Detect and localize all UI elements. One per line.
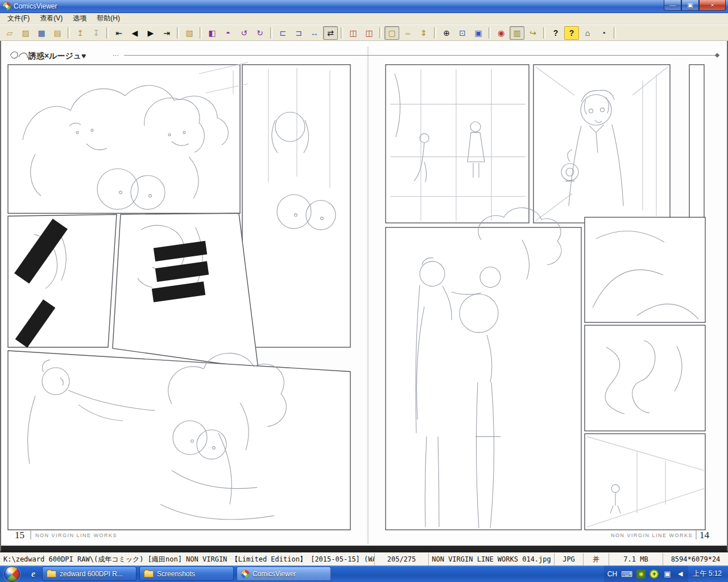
- toolbar-glyph: ◓: [226, 29, 230, 37]
- task-label: Screenshots: [157, 570, 195, 578]
- rotate-left-icon[interactable]: ↺: [237, 26, 251, 40]
- home-icon[interactable]: ⌂: [580, 26, 595, 40]
- start-button[interactable]: [4, 566, 20, 582]
- status-page-index: 205/275: [375, 553, 429, 566]
- left-page-number: 15: [15, 530, 24, 541]
- network-icon[interactable]: ▣: [663, 569, 672, 579]
- toolbar-glyph: ⌂: [585, 29, 590, 37]
- save-as-icon[interactable]: ▤: [50, 26, 65, 40]
- flip-horizontal-icon[interactable]: ◧: [205, 26, 220, 40]
- actual-size-icon[interactable]: ▢: [384, 26, 399, 40]
- right-page-panels: [386, 65, 705, 530]
- flip-vertical-icon[interactable]: ◓: [221, 26, 235, 40]
- fit-width-icon[interactable]: ⇔: [400, 26, 415, 40]
- first-page-icon[interactable]: ⇤: [111, 26, 126, 40]
- toolbar-separator: [489, 27, 491, 39]
- left-footer-label: NON VIRGIN LINE WORKS: [35, 533, 117, 538]
- window-title: ComicsViewer: [14, 2, 661, 10]
- fit-height-icon[interactable]: ⇕: [416, 26, 431, 40]
- taskbar-button-screenshots[interactable]: Screenshots: [139, 567, 234, 581]
- taskbar-button-comicsviewer[interactable]: ComicsViewer: [237, 567, 331, 581]
- header-dots: ⋯: [113, 52, 119, 59]
- status-filename: NON VIRGIN LINE WORKS 014.jpg: [429, 553, 555, 566]
- menu-file[interactable]: 文件(F): [2, 13, 35, 24]
- last-page-icon[interactable]: ⇥: [159, 26, 174, 40]
- menu-options[interactable]: 选项: [68, 13, 92, 24]
- status-text: NON VIRGIN LINE WORKS 014.jpg: [432, 555, 551, 563]
- close-button[interactable]: ×: [699, 0, 726, 11]
- toolbar-glyph: ⇄: [327, 29, 334, 37]
- help-icon[interactable]: ?: [548, 26, 563, 40]
- color-adjust-icon[interactable]: ◉: [494, 26, 508, 40]
- toolbar-glyph: ▶: [148, 29, 154, 37]
- toolbar-separator: [379, 27, 382, 39]
- trim-right-icon[interactable]: ⊐: [291, 26, 306, 40]
- next-page-icon[interactable]: ▶: [143, 26, 158, 40]
- restore-button[interactable]: ▣: [681, 0, 699, 11]
- toolbar-separator: [68, 27, 70, 39]
- toolbar-separator: [177, 27, 179, 39]
- panel: [242, 65, 350, 347]
- open-new-icon[interactable]: ▨: [18, 26, 33, 40]
- extract-all-icon: ↧: [89, 26, 104, 40]
- toolbar-glyph: ▢: [388, 29, 395, 37]
- slideshow-icon[interactable]: ◔: [596, 26, 611, 40]
- system-tray: CH ⌨ ◉ + ▣ ◀: [604, 566, 689, 582]
- volume-icon[interactable]: ◀: [676, 569, 685, 579]
- toolbar: ▱ ▨ ▦ ▤ ↥ ↧ ⇤ ◀ ▶ ⇥ ▧ ◧: [0, 24, 728, 41]
- panel: [585, 434, 705, 530]
- toolbar-separator: [200, 27, 202, 39]
- statusbar: K:\zedward 600DPI RAW\(成年コミック) [織田non] N…: [0, 552, 728, 566]
- right-page-number: 14: [700, 530, 710, 541]
- prev-page-icon[interactable]: ◀: [127, 26, 142, 40]
- new-window-icon[interactable]: ▧: [182, 26, 197, 40]
- task-label: zedward 600DPI R...: [60, 570, 123, 578]
- status-format: JPG: [555, 553, 584, 566]
- book-next-volume-icon[interactable]: ◫: [362, 26, 377, 40]
- left-page: 15 NON VIRGIN LINE WORKS: [8, 63, 350, 541]
- toolbar-glyph: ↧: [93, 29, 100, 37]
- ie-icon[interactable]: e: [31, 569, 35, 579]
- toolbar-glyph: ◀: [132, 29, 138, 37]
- trim-left-icon[interactable]: ⊏: [275, 26, 290, 40]
- panel: [386, 227, 581, 530]
- folder-icon: [144, 571, 154, 577]
- toolbar-glyph: ▦: [38, 29, 45, 37]
- antivirus-icon[interactable]: +: [650, 569, 659, 579]
- window-controls: — ▣ ×: [664, 0, 726, 11]
- toolbar-glyph: ⊕: [443, 29, 450, 37]
- page-mode-icon[interactable]: ▥: [510, 26, 524, 40]
- comic-viewport[interactable]: 誘惑×ルージュ♥ ⋯: [0, 41, 728, 552]
- minimize-button[interactable]: —: [664, 0, 681, 11]
- zoom-icon[interactable]: ⊕: [439, 26, 454, 40]
- toolbar-glyph: ⇕: [420, 29, 427, 37]
- rotate-right-icon[interactable]: ↻: [253, 26, 267, 40]
- menu-view[interactable]: 查看(V): [35, 13, 68, 24]
- cascade-windows-icon[interactable]: ▣: [471, 26, 486, 40]
- toolbar-glyph: ⊡: [459, 29, 466, 37]
- stretch-width-icon[interactable]: ↔: [307, 26, 322, 40]
- toolbar-glyph: ▣: [474, 29, 482, 37]
- menu-help[interactable]: 帮助(H): [92, 13, 125, 24]
- toolbar-glyph: ▥: [513, 29, 520, 37]
- taskbar-button-zedward[interactable]: zedward 600DPI R...: [42, 567, 136, 581]
- toolbar-glyph: ◔: [601, 29, 606, 37]
- tray-language-indicator[interactable]: CH: [607, 569, 617, 579]
- open-archive-icon[interactable]: ▱: [2, 26, 17, 40]
- toolbar-glyph: ?: [553, 29, 559, 37]
- about-icon[interactable]: ?: [564, 26, 579, 40]
- keyboard-icon[interactable]: ⌨: [621, 569, 632, 579]
- fit-window-icon[interactable]: ⊡: [455, 26, 470, 40]
- right-footer-label: NON VIRGIN LINE WORKS: [611, 533, 693, 538]
- book-prev-volume-icon[interactable]: ◫: [346, 26, 361, 40]
- toolbar-glyph: ◫: [365, 29, 373, 37]
- comicsviewer-window: ComicsViewer — ▣ × 文件(F) 查看(V) 选项 帮助(H) …: [0, 0, 728, 582]
- nvidia-icon[interactable]: ◉: [636, 569, 646, 579]
- extract-page-icon[interactable]: ↥: [73, 26, 88, 40]
- auto-advance-icon[interactable]: ↪: [526, 26, 540, 40]
- toolbar-glyph: ↻: [257, 29, 263, 37]
- panel: [8, 65, 240, 214]
- two-page-fit-icon[interactable]: ⇄: [323, 26, 338, 40]
- save-icon[interactable]: ▦: [34, 26, 49, 40]
- panel: [386, 65, 529, 223]
